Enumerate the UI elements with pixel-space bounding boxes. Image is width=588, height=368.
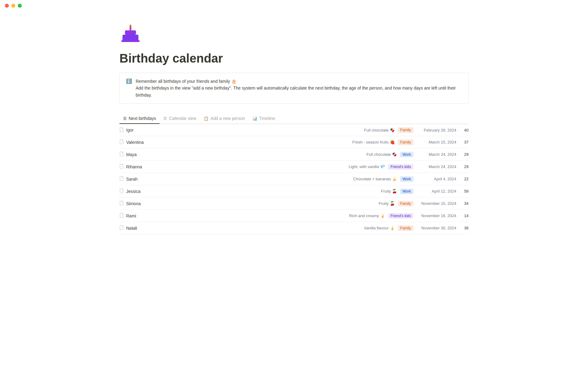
row-flavor: Fresh - season fruits 🍓 <box>352 140 395 144</box>
maximize-button[interactable] <box>18 4 22 8</box>
row-date: November 16, 2024 <box>417 213 456 218</box>
birthday-table: Igor Full chocolate 🍫 Family February 26… <box>119 124 469 234</box>
svg-rect-2 <box>125 30 136 35</box>
row-tag[interactable]: Family <box>398 127 413 133</box>
add-person-icon: 📋 <box>204 116 209 121</box>
row-date: November 15, 2024 <box>417 201 456 206</box>
row-tag[interactable]: Family <box>398 140 413 145</box>
row-tag[interactable]: Work <box>400 152 413 157</box>
row-doc-icon <box>119 225 124 231</box>
tab-add-new-person[interactable]: 📋 Add a new person <box>200 113 249 124</box>
row-name[interactable]: Rihanna <box>126 164 349 169</box>
tabs-container: ☰ Next birthdays 🗓 Calendar view 📋 Add a… <box>119 113 469 124</box>
row-date: March 15, 2024 <box>417 140 456 144</box>
row-name[interactable]: Natali <box>126 226 364 231</box>
svg-point-1 <box>130 25 131 27</box>
row-doc-icon <box>119 176 124 182</box>
table-row: Valentina Fresh - season fruits 🍓 Family… <box>119 136 469 148</box>
row-date: March 24, 2024 <box>417 152 456 157</box>
svg-rect-3 <box>123 35 138 41</box>
info-line2: Add the birthdays in the view "add a new… <box>136 85 462 98</box>
table-row: Sarah Chocolate + bananas 🍌 Work April 4… <box>119 173 469 185</box>
row-meta: Fruity 🍒 Family November 15, 2024 34 <box>379 201 469 206</box>
info-icon: ℹ️ <box>126 78 132 84</box>
page-title: Birthday calendar <box>119 52 469 65</box>
minimize-button[interactable] <box>11 4 15 8</box>
row-doc-icon <box>119 151 124 157</box>
row-name[interactable]: Rami <box>126 213 349 218</box>
row-age: 22 <box>459 177 469 181</box>
row-age: 29 <box>459 164 469 169</box>
row-meta: Light, with vanilla 💎 Friend's kids Marc… <box>349 164 469 170</box>
row-age: 34 <box>459 201 469 206</box>
table-row: Jessica Fruity 🍒 Work April 12, 2024 58 <box>119 185 469 197</box>
main-content: Birthday calendar ℹ️ Remember all birthd… <box>95 11 493 247</box>
table-row: Simona Fruity 🍒 Family November 15, 2024… <box>119 197 469 210</box>
row-date: April 4, 2024 <box>417 177 456 181</box>
row-tag[interactable]: Friend's kids <box>388 213 413 219</box>
row-flavor: Full chocolate 🍫 <box>364 128 395 132</box>
tab-calendar-view[interactable]: 🗓 Calendar view <box>160 113 200 124</box>
row-name[interactable]: Simona <box>126 201 379 206</box>
page-icon <box>119 24 141 47</box>
row-tag[interactable]: Work <box>400 189 413 194</box>
info-text: Remember all birthdays of your friends a… <box>136 78 462 98</box>
row-doc-icon <box>119 164 124 170</box>
row-name[interactable]: Maya <box>126 152 366 157</box>
row-tag[interactable]: Family <box>398 201 413 206</box>
tab-next-birthdays[interactable]: ☰ Next birthdays <box>119 113 160 124</box>
row-date: November 30, 2024 <box>417 226 456 230</box>
row-name[interactable]: Sarah <box>126 177 353 182</box>
row-age: 36 <box>459 226 469 230</box>
row-flavor: Fruity 🍒 <box>379 201 395 206</box>
row-flavor: Rich and creamy 🍦 <box>349 213 385 218</box>
row-meta: Rich and creamy 🍦 Friend's kids November… <box>349 213 469 219</box>
row-doc-icon <box>119 213 124 219</box>
row-doc-icon <box>119 188 124 194</box>
info-box: ℹ️ Remember all birthdays of your friend… <box>119 73 469 104</box>
row-meta: Vanilla flavour 🍦 Family November 30, 20… <box>364 225 469 231</box>
row-tag[interactable]: Work <box>400 176 413 182</box>
row-flavor: Chocolate + bananas 🍌 <box>353 177 397 181</box>
row-date: April 12, 2024 <box>417 189 456 194</box>
table-row: Rihanna Light, with vanilla 💎 Friend's k… <box>119 161 469 173</box>
row-name[interactable]: Igor <box>126 128 364 132</box>
row-age: 37 <box>459 140 469 144</box>
table-row: Igor Full chocolate 🍫 Family February 26… <box>119 124 469 136</box>
row-meta: Chocolate + bananas 🍌 Work April 4, 2024… <box>353 176 469 182</box>
row-meta: Full chocolate 🍫 Family February 26, 202… <box>364 127 469 133</box>
table-row: Natali Vanilla flavour 🍦 Family November… <box>119 222 469 234</box>
row-flavor: Full chocolate 🍫 <box>366 152 397 157</box>
close-button[interactable] <box>5 4 9 8</box>
row-age: 58 <box>459 189 469 194</box>
info-line1: Remember all birthdays of your friends a… <box>136 78 462 85</box>
row-age: 14 <box>459 213 469 218</box>
calendar-icon: 🗓 <box>163 116 167 121</box>
row-meta: Full chocolate 🍫 Work March 24, 2024 29 <box>366 152 469 157</box>
row-meta: Fruity 🍒 Work April 12, 2024 58 <box>381 189 469 194</box>
row-doc-icon <box>119 139 124 145</box>
row-tag[interactable]: Friend's kids <box>388 164 413 170</box>
tab-timeline-label: Timeline <box>259 116 275 121</box>
row-date: February 26, 2024 <box>417 128 456 132</box>
tab-timeline[interactable]: 📊 Timeline <box>249 113 279 124</box>
row-tag[interactable]: Family <box>398 225 413 231</box>
svg-rect-4 <box>121 40 140 42</box>
row-age: 40 <box>459 128 469 132</box>
titlebar <box>0 0 588 11</box>
tab-calendar-view-label: Calendar view <box>169 116 196 121</box>
tab-add-new-person-label: Add a new person <box>210 116 245 121</box>
row-date: March 24, 2024 <box>417 164 456 169</box>
row-flavor: Light, with vanilla 💎 <box>349 164 385 169</box>
timeline-icon: 📊 <box>252 116 257 121</box>
table-row: Maya Full chocolate 🍫 Work March 24, 202… <box>119 148 469 161</box>
row-doc-icon <box>119 201 124 206</box>
list-icon: ☰ <box>123 116 127 121</box>
row-name[interactable]: Jessica <box>126 189 381 194</box>
row-doc-icon <box>119 127 124 133</box>
table-row: Rami Rich and creamy 🍦 Friend's kids Nov… <box>119 210 469 222</box>
row-name[interactable]: Valentina <box>126 140 352 145</box>
row-flavor: Fruity 🍒 <box>381 189 397 194</box>
row-age: 29 <box>459 152 469 157</box>
row-meta: Fresh - season fruits 🍓 Family March 15,… <box>352 140 469 145</box>
